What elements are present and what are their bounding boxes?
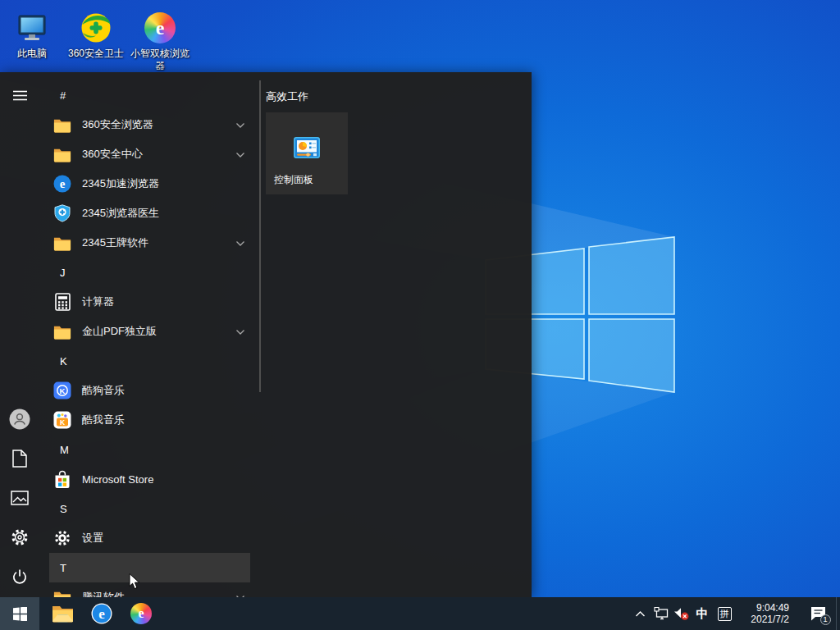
desktop-icon-label: 此电脑 bbox=[17, 48, 47, 60]
ime-pinyin-button[interactable]: 拼 bbox=[714, 597, 735, 630]
section-letter: S bbox=[60, 503, 67, 515]
start-button[interactable] bbox=[0, 597, 39, 630]
desktop-icon-360-safe[interactable]: 360安全卫士 bbox=[64, 5, 128, 72]
taskbar-clock[interactable]: 9:04:49 2021/7/2 bbox=[737, 597, 789, 630]
section-header-m[interactable]: M bbox=[49, 435, 250, 464]
app-item-2345-browser[interactable]: e 2345加速浏览器 bbox=[49, 169, 250, 199]
document-icon bbox=[11, 450, 28, 468]
app-item-microsoft-store[interactable]: Microsoft Store bbox=[49, 464, 250, 494]
folder-icon bbox=[52, 144, 72, 164]
rail-settings-button[interactable] bbox=[0, 518, 39, 557]
2345-browser-icon: e bbox=[91, 603, 112, 624]
action-center-button[interactable]: 1 bbox=[804, 597, 832, 630]
tray-expand-button[interactable] bbox=[630, 597, 650, 630]
app-label: 2345王牌软件 bbox=[82, 235, 148, 250]
browser-doctor-shield-icon bbox=[52, 203, 72, 223]
app-label: 2345浏览器医生 bbox=[82, 206, 159, 221]
app-item-kuwo-music[interactable]: K 酷我音乐 bbox=[49, 405, 250, 435]
ime-mode-label: 中 bbox=[696, 606, 709, 622]
section-letter: # bbox=[60, 89, 66, 102]
section-header-k[interactable]: K bbox=[49, 346, 250, 376]
file-explorer-button[interactable] bbox=[46, 597, 79, 630]
tile-group-title: 高效工作 bbox=[266, 89, 308, 104]
taskbar-2345-browser-button[interactable]: e bbox=[85, 597, 118, 630]
section-letter: K bbox=[60, 355, 67, 368]
this-pc-icon bbox=[16, 11, 48, 44]
360-safe-icon bbox=[80, 11, 112, 44]
user-avatar-icon bbox=[9, 409, 30, 430]
app-item-kingsoft-pdf[interactable]: 金山PDF独立版 bbox=[49, 317, 250, 346]
2345-browser-icon: e bbox=[52, 174, 72, 194]
user-account-button[interactable] bbox=[0, 399, 39, 439]
taskbar: e e 中 bbox=[0, 597, 840, 630]
pinyin-ime-icon: 拼 bbox=[718, 607, 732, 621]
xiaozhi-browser-icon: e bbox=[130, 603, 152, 624]
app-item-360-browser[interactable]: 360安全浏览器 bbox=[49, 110, 250, 139]
app-label: 腾讯软件 bbox=[82, 590, 125, 597]
app-label: 酷我音乐 bbox=[82, 413, 125, 427]
desktop-icon-grid: 此电脑 360安全卫士 e 小智双核浏览器 bbox=[0, 5, 192, 72]
windows-logo-icon bbox=[13, 607, 27, 621]
tile-control-panel[interactable]: 控制面板 bbox=[266, 112, 348, 194]
chevron-up-icon bbox=[635, 610, 646, 618]
desktop-icon-this-pc[interactable]: 此电脑 bbox=[0, 5, 64, 72]
section-letter: M bbox=[60, 444, 69, 456]
chevron-down-icon[interactable] bbox=[235, 590, 245, 597]
taskbar-xiaozhi-browser-button[interactable]: e bbox=[125, 597, 158, 630]
chevron-down-icon[interactable] bbox=[235, 235, 245, 250]
show-desktop-button[interactable] bbox=[836, 597, 840, 630]
section-header-j[interactable]: J bbox=[49, 258, 250, 287]
documents-button[interactable] bbox=[0, 439, 39, 478]
chevron-down-icon[interactable] bbox=[235, 117, 245, 132]
network-status-button[interactable] bbox=[651, 597, 672, 630]
app-item-kugou-music[interactable]: K 酷狗音乐 bbox=[49, 376, 250, 405]
app-list-scrollbar[interactable] bbox=[259, 80, 261, 392]
kuwo-music-icon: K bbox=[52, 410, 72, 430]
app-item-2345-suite[interactable]: 2345王牌软件 bbox=[49, 228, 250, 258]
app-item-2345-doctor[interactable]: 2345浏览器医生 bbox=[49, 199, 250, 228]
section-header-s[interactable]: S bbox=[49, 494, 250, 523]
notification-count-badge: 1 bbox=[820, 614, 831, 625]
svg-text:e: e bbox=[98, 606, 105, 622]
volume-muted-icon bbox=[673, 607, 690, 621]
section-letter: J bbox=[60, 267, 66, 279]
power-button[interactable] bbox=[0, 557, 39, 596]
kugou-music-icon: K bbox=[52, 381, 72, 400]
desktop-icon-xiaozhi-browser[interactable]: e 小智双核浏览器 bbox=[128, 5, 192, 72]
file-explorer-icon bbox=[52, 605, 74, 623]
app-label: 设置 bbox=[82, 531, 103, 546]
microsoft-store-icon bbox=[52, 469, 72, 489]
section-header-hash[interactable]: # bbox=[49, 80, 250, 110]
settings-gear-icon bbox=[52, 528, 72, 548]
action-center-icon: 1 bbox=[810, 606, 827, 622]
tile-label: 控制面板 bbox=[274, 173, 313, 187]
start-menu: # 360安全浏览器 360安全中心 e 2345加速浏览器 bbox=[0, 72, 532, 597]
volume-button[interactable] bbox=[671, 597, 692, 630]
power-icon bbox=[10, 567, 30, 587]
chevron-down-icon[interactable] bbox=[235, 147, 245, 162]
start-menu-rail bbox=[0, 72, 39, 597]
calculator-icon bbox=[52, 292, 72, 312]
desktop-icon-label: 360安全卫士 bbox=[68, 48, 124, 60]
app-item-settings[interactable]: 设置 bbox=[49, 523, 250, 553]
control-panel-icon bbox=[292, 135, 322, 165]
folder-icon bbox=[52, 587, 72, 597]
app-item-calculator[interactable]: 计算器 bbox=[49, 287, 250, 317]
ime-language-button[interactable]: 中 bbox=[692, 597, 712, 630]
section-header-t[interactable]: T bbox=[49, 553, 250, 582]
svg-text:K: K bbox=[60, 418, 66, 427]
ethernet-network-icon bbox=[654, 607, 669, 620]
expand-menu-button[interactable] bbox=[0, 75, 39, 115]
section-letter: T bbox=[60, 562, 66, 574]
app-label: 计算器 bbox=[82, 294, 114, 309]
pictures-button[interactable] bbox=[0, 478, 39, 518]
chevron-down-icon[interactable] bbox=[235, 324, 245, 339]
pictures-icon bbox=[11, 491, 29, 505]
folder-icon bbox=[52, 233, 72, 253]
app-label: Microsoft Store bbox=[82, 473, 153, 486]
hamburger-icon bbox=[13, 90, 27, 101]
app-item-360-center[interactable]: 360安全中心 bbox=[49, 139, 250, 169]
svg-text:K: K bbox=[60, 386, 66, 395]
app-item-tencent-software[interactable]: 腾讯软件 bbox=[49, 582, 250, 597]
clock-date: 2021/7/2 bbox=[751, 614, 789, 625]
